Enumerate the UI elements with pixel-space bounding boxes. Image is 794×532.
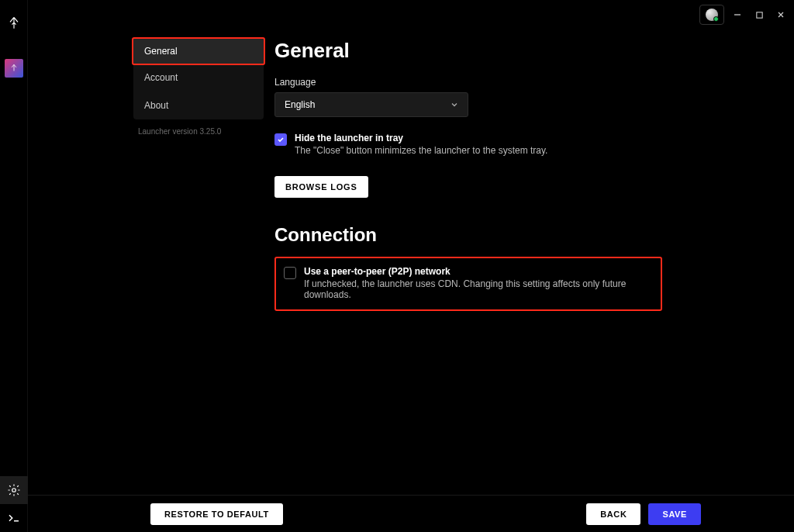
p2p-title: Use a peer-to-peer (P2P) network bbox=[304, 266, 651, 277]
titlebar bbox=[699, 5, 789, 25]
hide-tray-checkbox[interactable] bbox=[274, 133, 287, 146]
save-button[interactable]: SAVE bbox=[648, 503, 701, 525]
nav-item-about[interactable]: About bbox=[133, 92, 264, 119]
settings-panel: General Language English Hide the launch… bbox=[274, 39, 794, 311]
back-button[interactable]: BACK bbox=[586, 503, 640, 525]
nav-item-general[interactable]: General bbox=[132, 37, 265, 65]
nav-item-account[interactable]: Account bbox=[133, 64, 264, 92]
status-online-icon bbox=[713, 16, 719, 22]
footer-bar: RESTORE TO DEFAULT BACK SAVE bbox=[28, 495, 794, 532]
hide-tray-desc: The "Close" button minimizes the launche… bbox=[295, 145, 547, 156]
window-minimize-icon[interactable] bbox=[729, 6, 746, 23]
launcher-version: Launcher version 3.25.0 bbox=[133, 127, 264, 136]
nav-item-label: General bbox=[144, 46, 178, 57]
chevron-down-icon bbox=[451, 101, 458, 109]
window-maximize-icon[interactable] bbox=[751, 6, 768, 23]
avatar bbox=[706, 9, 718, 21]
nav-item-label: Account bbox=[144, 72, 178, 83]
left-rail bbox=[0, 0, 28, 532]
p2p-desc: If unchecked, the launcher uses CDN. Cha… bbox=[304, 278, 651, 300]
p2p-checkbox[interactable] bbox=[284, 267, 296, 279]
p2p-setting-box: Use a peer-to-peer (P2P) network If unch… bbox=[274, 257, 662, 311]
language-label: Language bbox=[274, 77, 763, 88]
settings-icon[interactable] bbox=[0, 476, 28, 504]
restore-default-button[interactable]: RESTORE TO DEFAULT bbox=[150, 503, 283, 525]
section-heading-general: General bbox=[274, 39, 763, 63]
main-area: General Account About Launcher version 3… bbox=[28, 0, 794, 532]
language-select[interactable]: English bbox=[274, 92, 468, 117]
svg-rect-2 bbox=[756, 12, 761, 17]
settings-side-nav: General Account About Launcher version 3… bbox=[133, 39, 264, 311]
window-close-icon[interactable] bbox=[772, 6, 789, 23]
app-logo-icon[interactable] bbox=[0, 9, 28, 37]
game-tile-icon[interactable] bbox=[5, 59, 23, 78]
nav-item-label: About bbox=[144, 100, 168, 111]
profile-button[interactable] bbox=[699, 5, 724, 25]
console-icon[interactable] bbox=[0, 504, 28, 532]
section-heading-connection: Connection bbox=[274, 224, 763, 246]
language-select-value: English bbox=[285, 99, 315, 110]
hide-tray-title: Hide the launcher in tray bbox=[295, 133, 547, 143]
svg-point-0 bbox=[12, 489, 16, 492]
browse-logs-button[interactable]: BROWSE LOGS bbox=[274, 176, 368, 198]
